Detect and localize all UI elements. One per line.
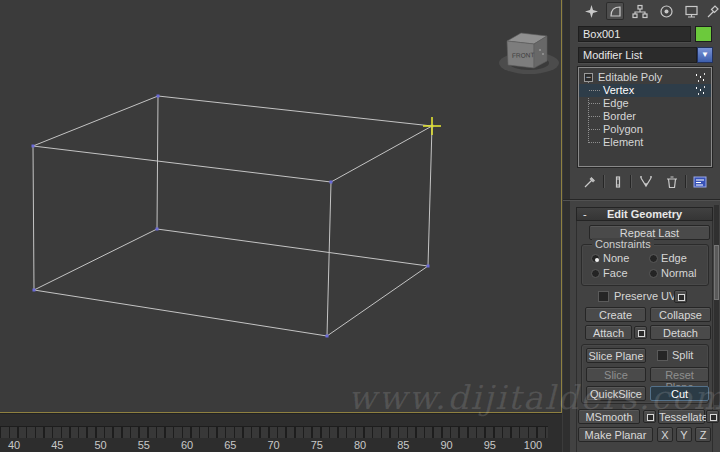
constraint-radio-edge[interactable]: Edge bbox=[649, 253, 687, 264]
configure-modifier-sets-icon[interactable] bbox=[691, 173, 709, 191]
stack-row-edge[interactable]: Edge bbox=[579, 97, 711, 110]
radio-icon bbox=[591, 254, 600, 263]
stack-root-label: Editable Poly bbox=[598, 71, 662, 84]
modifier-stack: − Editable Poly Vertex Edge Border Polyg… bbox=[578, 67, 712, 167]
create-icon[interactable] bbox=[582, 2, 600, 20]
remove-modifier-icon[interactable] bbox=[663, 173, 681, 191]
timeline-frame-label: 45 bbox=[51, 439, 63, 451]
timeline-ruler[interactable] bbox=[0, 426, 548, 438]
rollout-edit-geometry[interactable]: - Edit Geometry bbox=[576, 207, 713, 221]
rollout-title: Edit Geometry bbox=[607, 208, 682, 220]
radio-icon bbox=[649, 254, 658, 263]
viewcube[interactable]: FRONT bbox=[492, 20, 564, 78]
msmooth-settings-button[interactable] bbox=[643, 410, 656, 423]
attach-button[interactable]: Attach bbox=[585, 325, 632, 340]
constraint-radio-normal[interactable]: Normal bbox=[649, 268, 697, 279]
preserve-uvs-settings-button[interactable] bbox=[674, 290, 687, 303]
stack-row-editable-poly[interactable]: − Editable Poly bbox=[579, 71, 711, 84]
radio-icon bbox=[591, 269, 600, 278]
timeline-frame-label: 90 bbox=[440, 439, 452, 451]
cut-button[interactable]: Cut bbox=[650, 386, 709, 401]
timeline-frame-label: 50 bbox=[94, 439, 106, 451]
stack-row-element[interactable]: Element bbox=[579, 136, 711, 149]
timeline-track-bar[interactable]: 404550556065707580859095100 bbox=[0, 413, 562, 452]
slice-button[interactable]: Slice bbox=[586, 367, 646, 382]
sparkle-icon bbox=[696, 87, 698, 89]
object-color-swatch[interactable] bbox=[695, 26, 712, 42]
split-checkbox[interactable] bbox=[657, 350, 668, 361]
stack-row-border[interactable]: Border bbox=[579, 110, 711, 123]
msmooth-button[interactable]: MSmooth bbox=[578, 409, 640, 424]
constraint-radio-none[interactable]: None bbox=[591, 253, 629, 264]
timeline-frame-label: 70 bbox=[267, 439, 279, 451]
viewport-front[interactable]: FRONT bbox=[0, 0, 562, 413]
tessellate-settings-button[interactable] bbox=[706, 410, 719, 423]
slice-plane-button[interactable]: Slice Plane bbox=[586, 348, 646, 363]
make-unique-icon[interactable] bbox=[637, 173, 655, 191]
chevron-down-icon[interactable]: ▼ bbox=[697, 47, 713, 63]
timeline-frame-label: 75 bbox=[311, 439, 323, 451]
modifier-list-dropdown[interactable]: Modifier List bbox=[578, 47, 697, 63]
make-planar-x-button[interactable]: X bbox=[657, 427, 673, 442]
timeline-frame-label: 65 bbox=[224, 439, 236, 451]
sparkle-icon bbox=[696, 74, 698, 76]
timeline-frame-label: 100 bbox=[524, 439, 542, 451]
tessellate-button[interactable]: Tessellate bbox=[658, 409, 705, 424]
radio-icon bbox=[649, 269, 658, 278]
panel-divider bbox=[563, 199, 720, 200]
viewcube-front-label: FRONT bbox=[512, 51, 535, 59]
display-icon[interactable] bbox=[682, 2, 700, 20]
constraint-radio-face[interactable]: Face bbox=[591, 268, 628, 279]
scrollbar-thumb[interactable] bbox=[714, 245, 719, 300]
constraints-label: Constraints bbox=[592, 238, 654, 250]
utilities-icon[interactable] bbox=[703, 2, 720, 20]
panel-scrollbar[interactable] bbox=[714, 205, 719, 405]
3dsmax-window: FRONT 404550556065707580859095100 www.di… bbox=[0, 0, 720, 452]
timeline-frame-label: 95 bbox=[484, 439, 496, 451]
make-planar-y-button[interactable]: Y bbox=[676, 427, 692, 442]
make-planar-button[interactable]: Make Planar bbox=[578, 427, 653, 442]
detach-button[interactable]: Detach bbox=[650, 325, 711, 340]
quickslice-button[interactable]: QuickSlice bbox=[586, 386, 646, 401]
attach-settings-button[interactable] bbox=[634, 326, 647, 339]
pin-stack-icon[interactable] bbox=[581, 173, 599, 191]
timeline-frame-label: 40 bbox=[8, 439, 20, 451]
constraints-group: Constraints None Edge Face Normal bbox=[581, 244, 709, 286]
show-end-result-icon[interactable] bbox=[609, 173, 627, 191]
object-name-field[interactable] bbox=[578, 26, 691, 42]
wireframe-box bbox=[0, 0, 562, 412]
make-planar-z-button[interactable]: Z bbox=[695, 427, 711, 442]
stack-row-polygon[interactable]: Polygon bbox=[579, 123, 711, 136]
motion-icon[interactable] bbox=[657, 2, 675, 20]
timeline-frame-label: 55 bbox=[138, 439, 150, 451]
timeline-frame-label: 60 bbox=[181, 439, 193, 451]
stack-row-vertex[interactable]: Vertex bbox=[579, 84, 711, 97]
timeline-frame-label: 85 bbox=[397, 439, 409, 451]
split-label: Split bbox=[672, 349, 693, 362]
panel-separator bbox=[563, 0, 570, 452]
timeline-frame-label: 80 bbox=[354, 439, 366, 451]
hierarchy-icon[interactable] bbox=[631, 2, 649, 20]
collapse-button[interactable]: Collapse bbox=[650, 307, 711, 322]
preserve-uvs-checkbox[interactable] bbox=[598, 291, 609, 302]
preserve-uvs-label: Preserve UVs bbox=[614, 290, 682, 303]
rollout-collapse-icon: - bbox=[583, 208, 587, 220]
reset-plane-button[interactable]: Reset Plane bbox=[650, 367, 709, 382]
modify-icon[interactable] bbox=[606, 2, 624, 20]
create-button[interactable]: Create bbox=[585, 307, 646, 322]
